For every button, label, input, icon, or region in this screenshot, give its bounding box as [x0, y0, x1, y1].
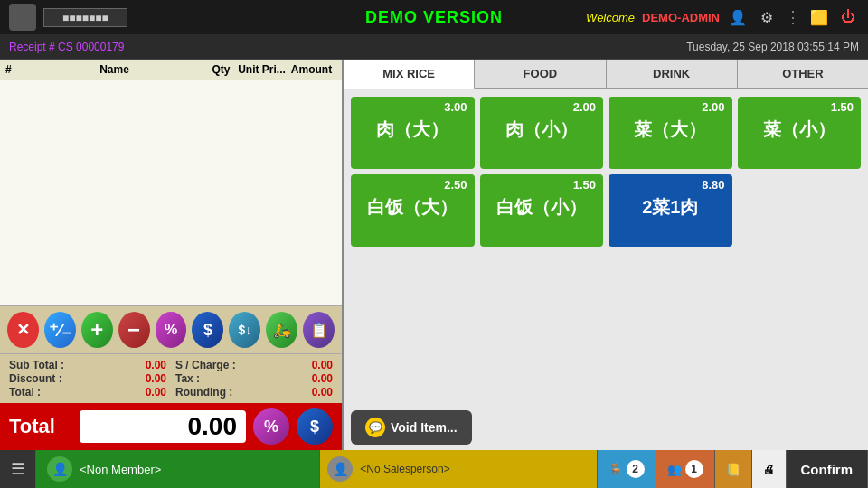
total-big-amount: 0.00 [80, 410, 246, 443]
add-button[interactable]: + [81, 312, 113, 348]
void-item-label: Void Item... [391, 420, 458, 435]
minus-button[interactable]: − [118, 312, 150, 348]
receipt-bar: Receipt # CS 00000179 Tuesday, 25 Sep 20… [0, 34, 868, 60]
member-area[interactable]: 👤 <Non Member> [36, 450, 320, 488]
salesperson-icon: 👤 [327, 456, 353, 482]
col-amt-header: Amount [287, 63, 336, 76]
app-logo [9, 4, 36, 31]
discount-value: 0.00 [112, 372, 166, 385]
tax-value: 0.00 [278, 372, 333, 385]
hamburger-menu-button[interactable]: ☰ [0, 450, 36, 488]
divider: ⋮ [785, 7, 801, 27]
col-qty-header: Qty [205, 63, 237, 76]
total-percent-button[interactable]: % [253, 408, 289, 445]
delivery-button[interactable]: 🛵 [266, 312, 297, 348]
tab-mix-rice[interactable]: MIX RICE [344, 60, 475, 89]
receipt-datetime: Tuesday, 25 Sep 2018 03:55:14 PM [686, 41, 859, 53]
sub-total-label: Sub Total : [9, 359, 64, 371]
menu-item-meat-large[interactable]: 3.00 肉（大） [351, 97, 475, 169]
note-button[interactable]: 📋 [303, 312, 335, 348]
category-tabs: MIX RICE FOOD DRINK OTHER [344, 60, 868, 89]
minimize-icon[interactable]: 🟨 [808, 6, 830, 28]
menu-item-combo[interactable]: 8.80 2菜1肉 [609, 174, 732, 247]
menu-item-rice-large[interactable]: 2.50 白饭（大） [351, 174, 475, 247]
action-buttons: ✕ ⁺∕₋ + − % $ $↓ 🛵 📋 [0, 305, 342, 353]
print-icon: 🖨 [763, 463, 775, 476]
left-panel: # Name Qty Unit Pri... Amount ✕ ⁺∕₋ + − … [0, 60, 344, 450]
main-area: # Name Qty Unit Pri... Amount ✕ ⁺∕₋ + − … [0, 60, 868, 450]
confirm-label: Confirm [801, 462, 854, 477]
percent-button[interactable]: % [156, 312, 187, 348]
order-table-header: # Name Qty Unit Pri... Amount [0, 60, 342, 80]
totals-area: Sub Total : 0.00 Discount : 0.00 Total :… [0, 353, 342, 403]
bottom-right-buttons: 🪑 2 👥 1 📒 🖨 Confirm [598, 450, 869, 488]
tax-label: Tax : [175, 372, 200, 385]
tab-other[interactable]: OTHER [738, 60, 868, 88]
header: ■■■■■■■ DEMO VERSION Welcome DEMO-ADMIN … [0, 0, 868, 34]
total-label: Total : [9, 386, 41, 399]
total-value: 0.00 [112, 386, 166, 399]
member-icon: 👤 [47, 456, 72, 482]
order-items-area [0, 80, 342, 305]
table-icon: 🪑 [609, 463, 623, 476]
print-button[interactable]: 🖨 [752, 450, 787, 488]
confirm-button[interactable]: Confirm [787, 450, 869, 488]
discount-label: Discount : [9, 372, 62, 385]
col-num-header: # [5, 63, 24, 76]
total-display: Total 0.00 % $ [0, 403, 342, 450]
total-big-label: Total [9, 415, 72, 438]
salesperson-label: <No Salesperson> [360, 463, 449, 475]
group-icon: 👥 [667, 463, 682, 476]
discount-button[interactable]: $↓ [229, 312, 260, 348]
void-chat-icon: 💬 [365, 418, 385, 437]
sub-total-value: 0.00 [112, 359, 166, 371]
service-charge-value: 0.00 [278, 359, 333, 371]
void-item-button[interactable]: 💬 Void Item... [351, 410, 472, 445]
menu-item-veg-large[interactable]: 2.00 菜（大） [609, 97, 732, 169]
table-button[interactable]: 🪑 2 [598, 450, 656, 488]
tab-drink[interactable]: DRINK [607, 60, 738, 88]
totals-row-1: Sub Total : 0.00 Discount : 0.00 Total :… [9, 358, 333, 399]
salesperson-area[interactable]: 👤 <No Salesperson> [320, 450, 597, 488]
demo-version-label: DEMO VERSION [365, 8, 503, 27]
tab-food[interactable]: FOOD [475, 60, 606, 88]
price-button[interactable]: $ [192, 312, 223, 348]
settings-icon[interactable]: ⚙ [756, 6, 778, 28]
service-charge-label: S / Charge : [175, 359, 236, 371]
menu-item-veg-small[interactable]: 1.50 菜（小） [738, 97, 862, 169]
rounding-value: 0.00 [278, 386, 333, 399]
total-dollar-button[interactable]: $ [297, 408, 333, 445]
close-button[interactable]: ✕ [7, 312, 39, 348]
receipt-book-icon: 📒 [726, 463, 741, 476]
void-item-area: 💬 Void Item... [344, 405, 868, 450]
rounding-label: Rounding : [175, 386, 232, 399]
header-right: Welcome DEMO-ADMIN 👤 ⚙ ⋮ 🟨 ⏻ [586, 6, 859, 28]
bottom-bar: ☰ 👤 <Non Member> 👤 <No Salesperson> 🪑 2 … [0, 450, 868, 488]
col-name-header: Name [24, 63, 205, 76]
receipt-info: Receipt # CS 00000179 [9, 41, 124, 53]
receipt-number: CS 00000179 [58, 41, 124, 53]
right-panel: MIX RICE FOOD DRINK OTHER 3.00 肉（大） 2.00… [344, 60, 868, 450]
receipt-label: Receipt # [9, 41, 55, 53]
power-icon[interactable]: ⏻ [837, 6, 859, 28]
welcome-label: Welcome [586, 11, 635, 24]
col-up-header: Unit Pri... [237, 63, 287, 76]
member-label: <Non Member> [80, 463, 161, 476]
menu-grid: 3.00 肉（大） 2.00 肉（小） 2.00 菜（大） 1.50 菜（小） … [344, 89, 868, 405]
admin-name: DEMO-ADMIN [642, 11, 720, 24]
plus-minus-button[interactable]: ⁺∕₋ [44, 312, 76, 348]
user-icon[interactable]: 👤 [727, 6, 749, 28]
group-button[interactable]: 👥 1 [656, 450, 715, 488]
receipt-book-button[interactable]: 📒 [715, 450, 752, 488]
group-count: 1 [685, 460, 703, 478]
menu-item-rice-small[interactable]: 1.50 白饭（小） [480, 174, 604, 247]
table-count: 2 [627, 460, 645, 478]
menu-item-meat-small[interactable]: 2.00 肉（小） [480, 97, 604, 169]
window-title-box: ■■■■■■■ [43, 8, 127, 27]
